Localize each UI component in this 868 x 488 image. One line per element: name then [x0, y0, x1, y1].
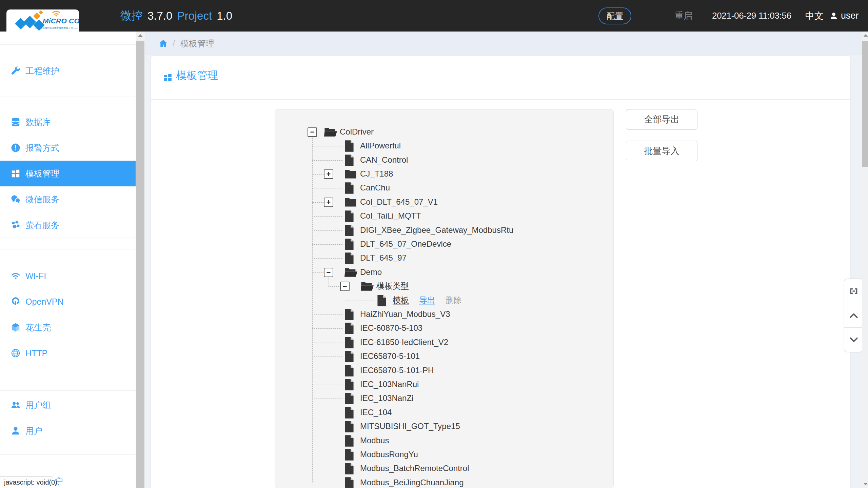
- file-icon: [344, 210, 354, 223]
- node-action-delete[interactable]: 删除: [446, 295, 462, 306]
- tree-node: Modbus_BeiJingChuanJiang: [360, 478, 464, 487]
- config-button[interactable]: 配置: [598, 7, 631, 24]
- tree-node-label[interactable]: 模板类型: [376, 281, 409, 291]
- tree-node-label[interactable]: AllPowerful: [360, 141, 401, 151]
- tree-node-label[interactable]: HaiZhiYuan_Modbus_V3: [360, 309, 450, 319]
- language-switcher[interactable]: 中文: [805, 0, 824, 32]
- users-icon: [11, 400, 21, 410]
- tree-node-label[interactable]: IEC_103NanRui: [360, 380, 419, 389]
- file-icon: [344, 365, 354, 378]
- tree-expander-plus-icon[interactable]: +: [324, 198, 333, 207]
- tree-node-label[interactable]: DLT_645_97: [360, 253, 407, 263]
- user-menu[interactable]: user: [829, 0, 859, 32]
- company-logo: MiCRO CONTROL —— 北京微控工业网关技术有限公司 ——: [6, 9, 79, 32]
- restart-link[interactable]: 重启: [675, 0, 692, 32]
- tree-node-label[interactable]: IEC_104: [360, 408, 392, 417]
- tree-connector-stub: [312, 483, 342, 483]
- tree-node-label[interactable]: MITSUBISHI_GOT_Type15: [360, 422, 460, 431]
- batch-import-button[interactable]: 批量导入: [626, 141, 697, 161]
- page-scrollbar-thumb[interactable]: [862, 41, 868, 167]
- scroll-up-arrow-icon[interactable]: [138, 34, 143, 37]
- file-icon: [344, 449, 354, 462]
- tree-node: DLT_645_97: [360, 253, 407, 263]
- tree-node-label[interactable]: IEC_103NanZi: [360, 394, 413, 403]
- tree-node-label[interactable]: 模板: [393, 295, 409, 306]
- tree-node-label[interactable]: ColDriver: [340, 127, 374, 137]
- tree-expander-minus-icon[interactable]: −: [324, 268, 333, 277]
- sidebar-item-alarm[interactable]: 报警方式: [0, 135, 136, 161]
- sidebar-item-database[interactable]: 数据库: [0, 109, 136, 135]
- sidebar-item-wifi[interactable]: WI-FI: [0, 263, 136, 289]
- sidebar-item-label: 用户组: [25, 400, 51, 411]
- logo-diamond: [24, 16, 36, 28]
- folder-icon: [344, 169, 357, 181]
- node-action-export[interactable]: 导出: [419, 295, 435, 306]
- app-title: 微控 3.7.0 Project 1.0: [120, 0, 232, 32]
- tree-node-label[interactable]: Modbus_BatchRemoteControl: [360, 464, 469, 473]
- alert-icon: [11, 143, 21, 153]
- collapse-button[interactable]: [844, 279, 863, 303]
- sidebar-item-ezviz[interactable]: 萤石服务: [0, 212, 136, 238]
- breadcrumb-page: 模板管理: [180, 38, 214, 49]
- tree-expander-minus-icon[interactable]: −: [340, 282, 350, 291]
- sidebar-item-label: 工程维护: [25, 65, 59, 77]
- export-all-button[interactable]: 全部导出: [626, 109, 697, 130]
- tree-node-label[interactable]: IEC-61850-IedClient_V2: [360, 338, 448, 347]
- tree-node-label[interactable]: IEC65870-5-101-PH: [360, 366, 434, 375]
- tree-node: Modbus: [360, 436, 389, 445]
- tree-node-label[interactable]: CJ_T188: [360, 169, 393, 179]
- file-icon: [344, 140, 354, 153]
- tree-node: MITSUBISHI_GOT_Type15: [360, 422, 460, 431]
- scroll-down-arrow-icon[interactable]: [864, 483, 868, 485]
- home-icon[interactable]: [159, 39, 168, 48]
- sidebar-item-user-group[interactable]: 用户组: [0, 392, 136, 418]
- app-name: 微控: [120, 8, 143, 23]
- sidebar-item-engineering[interactable]: 工程维护: [0, 58, 136, 84]
- page-scrollbar[interactable]: [862, 32, 868, 488]
- sidebar-item-user[interactable]: 用户: [0, 418, 136, 444]
- sidebar-scrollbar-thumb[interactable]: [136, 41, 144, 488]
- tree-node-label[interactable]: CanChu: [360, 183, 390, 193]
- tree-node: IEC65870-5-101-PH: [360, 366, 434, 375]
- folder-open-icon: [361, 281, 374, 293]
- scroll-top-button[interactable]: [844, 303, 863, 327]
- tree-node: ModbusRongYu: [360, 450, 418, 459]
- sidebar-item-label: OpenVPN: [25, 297, 64, 307]
- tree-node-label[interactable]: Modbus_BeiJingChuanJiang: [360, 478, 464, 487]
- tree-node: CAN_Control: [360, 155, 408, 165]
- sidebar-scrollbar[interactable]: [136, 32, 145, 488]
- tree-connector-line: [312, 137, 313, 483]
- tree-connector-stub: [312, 230, 342, 231]
- breadcrumb-separator: /: [173, 39, 175, 48]
- sidebar-item-template[interactable]: 模板管理: [0, 161, 136, 186]
- sidebar-group: 工程维护: [0, 44, 136, 97]
- scroll-bottom-button[interactable]: [844, 327, 863, 352]
- grid-icon: [11, 168, 21, 179]
- tree-expander-plus-icon[interactable]: +: [324, 169, 333, 179]
- page-title: 模板管理: [176, 68, 218, 83]
- tree-node: Col_TaiLi_MQTT: [360, 211, 421, 221]
- tree-node-label[interactable]: DIGI_XBee_Zigbee_Gateway_ModbusRtu: [360, 225, 513, 235]
- tree-node-label[interactable]: Col_DLT_645_07_V1: [360, 197, 438, 207]
- tree-node: IEC_103NanRui: [360, 380, 419, 389]
- tree-node-label[interactable]: Demo: [360, 267, 382, 277]
- project-label: Project: [177, 9, 212, 22]
- sidebar-item-label: HTTP: [25, 348, 47, 358]
- sidebar-item-wechat[interactable]: 微信服务: [0, 186, 136, 212]
- tree-node-label[interactable]: DLT_645_07_OneDevice: [360, 239, 451, 249]
- tree-node-label[interactable]: Col_TaiLi_MQTT: [360, 211, 421, 221]
- tree-node-label[interactable]: Modbus: [360, 436, 389, 445]
- sidebar-item-http[interactable]: HTTP: [0, 340, 136, 366]
- tree-node-label[interactable]: ModbusRongYu: [360, 450, 418, 459]
- tree-node-label[interactable]: CAN_Control: [360, 155, 408, 165]
- status-tooltip: javascript: void(0);: [0, 476, 53, 488]
- scroll-up-arrow-icon[interactable]: [864, 34, 868, 37]
- project-version: 1.0: [217, 9, 232, 22]
- tree-node-label[interactable]: IEC65870-5-101: [360, 352, 420, 361]
- sidebar-item-peanut-shell[interactable]: 花生壳: [0, 314, 136, 340]
- tree-node-label[interactable]: IEC-60870-5-103: [360, 324, 422, 333]
- sidebar: 工程维护数据库报警方式模板管理微信服务萤石服务WI-FIOpenVPN花生壳HT…: [0, 32, 136, 488]
- tree-connector-stub: [312, 385, 342, 385]
- tree-expander-minus-icon[interactable]: −: [308, 127, 317, 137]
- sidebar-item-openvpn[interactable]: OpenVPN: [0, 289, 136, 314]
